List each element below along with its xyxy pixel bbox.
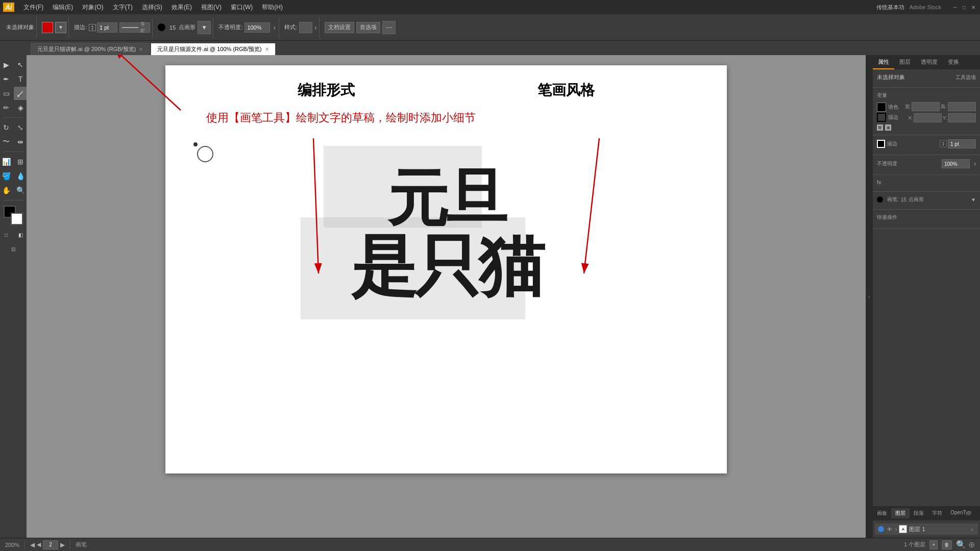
- menu-select[interactable]: 选择(S): [138, 2, 166, 13]
- shape-tool[interactable]: ▭: [0, 87, 13, 100]
- stroke-stepper[interactable]: ▲ ▼: [940, 140, 947, 147]
- stroke-size-stepper[interactable]: ▲ ▼: [89, 24, 96, 31]
- eyedropper-tool[interactable]: 💧: [14, 169, 27, 183]
- tool-pair-select: ▶ ↖: [0, 58, 27, 71]
- constrain-proportions-icon[interactable]: ⛓: [877, 124, 883, 131]
- opacity-arrow-right-icon[interactable]: ›: [974, 160, 976, 167]
- width-input[interactable]: [912, 102, 940, 111]
- delete-layer-btn[interactable]: 🗑: [942, 540, 952, 549]
- stroke-color-section: ▼: [40, 17, 69, 38]
- panel-tab-transform[interactable]: 变换: [943, 55, 964, 69]
- mask-mode-btn[interactable]: ◧: [14, 228, 27, 241]
- first-option-button[interactable]: 首选项: [356, 22, 380, 33]
- stroke-color-box[interactable]: [877, 140, 885, 148]
- style-swatch[interactable]: [299, 22, 312, 33]
- fx-row: fx: [877, 179, 976, 185]
- next-artboard-btn[interactable]: ▶: [60, 541, 65, 548]
- layer-1-expand[interactable]: ›: [895, 527, 897, 532]
- selection-tool[interactable]: ▶: [0, 58, 13, 71]
- prev-artboard-btn[interactable]: ◀: [30, 541, 35, 548]
- stroke-color-swatch[interactable]: [42, 22, 53, 33]
- panel-tab-transparency[interactable]: 透明度: [916, 55, 943, 69]
- menu-help[interactable]: 帮助(H): [258, 2, 287, 13]
- stroke-swatch[interactable]: [877, 113, 886, 122]
- height-input[interactable]: [948, 102, 976, 111]
- pencil-tool[interactable]: ✏: [0, 101, 13, 114]
- background-color[interactable]: [11, 213, 23, 225]
- direct-selection-tool[interactable]: ↖: [14, 58, 27, 71]
- zoom-out-icon[interactable]: 🔍: [956, 540, 966, 549]
- right-panel-expand[interactable]: ‹: [866, 55, 873, 538]
- brush-tool[interactable]: [14, 87, 27, 100]
- menu-text[interactable]: 文字(T): [109, 2, 137, 13]
- bottom-tab-layers[interactable]: 图层: [891, 508, 910, 518]
- artboard-tool[interactable]: ⊡: [7, 242, 20, 256]
- grid-tool[interactable]: ⊞: [14, 155, 27, 168]
- bottom-tab-paragraph[interactable]: 段落: [910, 508, 928, 518]
- paint-bucket-tool[interactable]: 🪣: [0, 169, 13, 183]
- stroke-pt-input[interactable]: [948, 139, 976, 148]
- fx-label[interactable]: fx: [877, 179, 881, 185]
- align-icon[interactable]: ⊞: [885, 124, 891, 131]
- panel-spacer: [873, 229, 980, 506]
- bottom-tab-artboard[interactable]: 画板: [873, 508, 891, 518]
- hand-tool[interactable]: ✋: [0, 184, 13, 197]
- panel-tab-layers[interactable]: 图层: [894, 55, 916, 69]
- stroke-style-btn[interactable]: ▼: [55, 22, 66, 33]
- layer-1-visibility[interactable]: 👁: [886, 525, 893, 533]
- doc-settings-button[interactable]: 文档设置: [325, 22, 354, 33]
- rotate-tool[interactable]: ↻: [0, 121, 13, 134]
- x-input[interactable]: [914, 113, 942, 122]
- pen-tool[interactable]: ✒: [0, 72, 13, 86]
- stroke-dash-select[interactable]: 等距: [119, 22, 150, 33]
- minimize-button[interactable]: ─: [951, 4, 959, 11]
- opacity-section-input[interactable]: [942, 159, 970, 168]
- close-button[interactable]: ✕: [970, 4, 977, 11]
- brush-menu-btn[interactable]: ▼: [198, 21, 211, 34]
- zoom-in-icon[interactable]: ⊕: [968, 540, 975, 549]
- more-options-button[interactable]: ⋯: [382, 21, 396, 34]
- bottom-tab-character[interactable]: 字符: [928, 508, 946, 518]
- bottom-tab-opentype[interactable]: OpenTyp: [946, 508, 975, 518]
- panel-tab-properties[interactable]: 属性: [873, 55, 894, 69]
- brush-select-dropdown[interactable]: ▼: [971, 197, 976, 203]
- restore-button[interactable]: □: [961, 4, 968, 11]
- opacity-input[interactable]: [244, 22, 270, 33]
- opacity-arrow-icon[interactable]: ›: [273, 23, 276, 32]
- menu-file[interactable]: 文件(F): [19, 2, 47, 13]
- app-title: 传统基本功: [876, 4, 904, 11]
- tab-2-close[interactable]: ✕: [265, 46, 269, 52]
- red-arrow-2: [543, 136, 635, 289]
- type-tool[interactable]: T: [14, 72, 27, 86]
- menu-effect[interactable]: 效果(E): [167, 2, 196, 13]
- layer-color-dot[interactable]: [878, 526, 884, 532]
- y-input[interactable]: [948, 113, 976, 122]
- status-bar: 200% ◀ ◀ ▶ 画笔 1 个图层 + 🗑 🔍 ⊕: [0, 538, 980, 551]
- tab-2[interactable]: 元旦是只猫源文件.ai @ 100% (RGB/预览) ✕: [151, 43, 275, 55]
- fill-swatch[interactable]: [877, 103, 886, 112]
- adobe-stock-link[interactable]: Adobe Stock: [910, 4, 941, 10]
- menu-edit[interactable]: 编辑(E): [48, 2, 77, 13]
- layer-1-lock[interactable]: ○: [969, 526, 975, 532]
- artboard-page-input[interactable]: [43, 540, 58, 549]
- layer-1-thumbnail[interactable]: A: [899, 525, 907, 533]
- artboard-number: ◀: [37, 541, 41, 548]
- style-arrow-icon[interactable]: ›: [314, 23, 317, 32]
- menu-window[interactable]: 窗口(W): [227, 2, 257, 13]
- menu-view[interactable]: 视图(V): [197, 2, 226, 13]
- eraser-tool[interactable]: ◈: [14, 101, 27, 114]
- warp-tool[interactable]: 〜: [0, 135, 13, 148]
- graph-tool[interactable]: 📊: [0, 155, 13, 168]
- scale-tool[interactable]: ⤡: [14, 121, 27, 134]
- menu-object[interactable]: 对象(O): [78, 2, 107, 13]
- tab-1[interactable]: 元旦是只猫讲解.ai @ 200% (RGB/预览) ✕: [31, 43, 150, 55]
- normal-mode-btn[interactable]: □: [0, 228, 13, 241]
- zoom-tool[interactable]: 🔍: [14, 184, 27, 197]
- stroke-size-input[interactable]: [97, 22, 117, 33]
- width-tool[interactable]: ⇹: [14, 135, 27, 148]
- new-layer-btn[interactable]: +: [929, 540, 938, 549]
- tab-1-close[interactable]: ✕: [139, 46, 143, 52]
- tool-pair-warp: 〜 ⇹: [0, 135, 27, 148]
- panel-color-title: 变量: [877, 92, 976, 99]
- layer-1-name[interactable]: 图层 1: [909, 525, 967, 533]
